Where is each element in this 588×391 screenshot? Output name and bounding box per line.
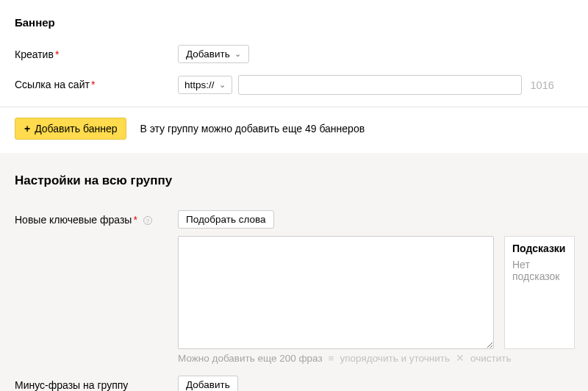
keywords-textarea[interactable] bbox=[178, 236, 494, 349]
protocol-value: https:// bbox=[184, 79, 215, 90]
pick-words-button-label: Подобрать слова bbox=[186, 214, 266, 225]
clear-link[interactable]: очистить bbox=[470, 353, 511, 364]
site-link-label: Ссылка на сайт* bbox=[15, 75, 178, 90]
required-marker: * bbox=[55, 49, 59, 60]
hints-panel: Подсказки Нет подсказок bbox=[504, 236, 575, 349]
keywords-label: Новые ключевые фразы* ? bbox=[15, 210, 178, 226]
add-banner-button[interactable]: + Добавить баннер bbox=[15, 118, 126, 140]
creative-add-button-label: Добавить bbox=[186, 49, 230, 60]
chevron-down-icon: ⌄ bbox=[234, 49, 241, 59]
url-char-counter: 1016 bbox=[531, 79, 554, 91]
keywords-label-text: Новые ключевые фразы bbox=[15, 214, 132, 226]
banner-heading: Баннер bbox=[15, 16, 588, 29]
chevron-down-icon: ⌄ bbox=[219, 80, 226, 90]
sort-refine-link[interactable]: упорядочить и уточнить bbox=[340, 353, 450, 364]
required-marker: * bbox=[133, 214, 137, 226]
plus-icon: + bbox=[24, 123, 30, 134]
site-link-row: Ссылка на сайт* https:// ⌄ 1016 bbox=[15, 75, 588, 95]
group-settings-heading: Настройки на всю группу bbox=[15, 168, 588, 188]
creative-label-text: Креатив bbox=[15, 49, 54, 60]
close-icon: ✕ bbox=[456, 352, 465, 364]
help-icon[interactable]: ? bbox=[143, 216, 152, 225]
add-banner-button-label: Добавить баннер bbox=[35, 123, 117, 134]
negative-add-button-label: Добавить bbox=[186, 379, 230, 390]
negative-add-button[interactable]: Добавить bbox=[178, 376, 238, 391]
protocol-select[interactable]: https:// ⌄ bbox=[178, 76, 232, 94]
keywords-row: Новые ключевые фразы* ? Подобрать слова … bbox=[15, 210, 588, 364]
hints-empty-text: Нет подсказок bbox=[512, 259, 567, 282]
creative-add-button[interactable]: Добавить ⌄ bbox=[178, 45, 249, 63]
divider bbox=[0, 107, 588, 107]
pick-words-button[interactable]: Подобрать слова bbox=[178, 210, 274, 229]
negative-phrases-row: Минус-фразы на группу Добавить bbox=[15, 376, 588, 391]
site-url-input[interactable] bbox=[238, 75, 522, 95]
add-banner-hint: В эту группу можно добавить еще 49 банне… bbox=[140, 123, 365, 134]
required-marker: * bbox=[91, 79, 95, 90]
site-link-label-text: Ссылка на сайт bbox=[15, 79, 90, 90]
negative-phrases-label: Минус-фразы на группу bbox=[15, 376, 178, 391]
sort-icon: ≡ bbox=[329, 353, 334, 364]
creative-label: Креатив* bbox=[15, 45, 178, 60]
negative-phrases-label-text: Минус-фразы на группу bbox=[15, 379, 128, 391]
hints-title: Подсказки bbox=[512, 243, 567, 254]
keywords-remaining: Можно добавить еще 200 фраз bbox=[178, 353, 323, 364]
creative-row: Креатив* Добавить ⌄ bbox=[15, 45, 588, 63]
